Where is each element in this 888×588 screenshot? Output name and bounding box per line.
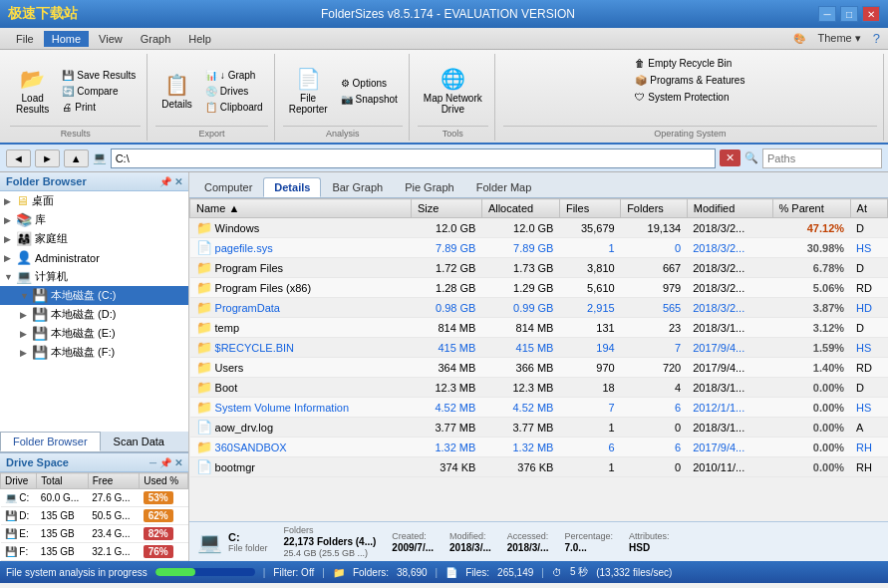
forward-button[interactable]: ► [35,149,60,167]
print-label: Print [75,102,96,113]
minimize-button[interactable]: ─ [818,6,836,22]
drive-col-used[interactable]: Used % [140,473,188,489]
details-button[interactable]: 📋 Details [155,69,198,114]
drive-cell-drive: 💾 E: [1,525,37,543]
system-protection-button[interactable]: 🛡 System Protection [630,90,734,105]
table-row[interactable]: 📁 temp 814 MB 814 MB 131 23 2018/3/1... … [190,318,888,338]
map-network-drive-button[interactable]: 🌐 Map NetworkDrive [418,63,488,119]
snapshot-button[interactable]: 📷 Snapshot [336,92,403,107]
cell-folders: 19,134 [621,218,688,238]
tab-folder-map[interactable]: Folder Map [465,177,543,197]
close-panel-icon[interactable]: ✕ [174,176,182,187]
drive-c-icon: 💾 [32,288,48,303]
options-button[interactable]: ⚙ Options [336,76,403,91]
drive-table-row[interactable]: 💾 F: 135 GB 32.1 G... 76% [1,543,188,561]
col-modified[interactable]: Modified [687,199,772,218]
cell-size: 374 KB [411,457,481,477]
tree-item-drive-f[interactable]: ▶ 💾 本地磁盘 (F:) [0,343,188,362]
col-folders[interactable]: Folders [621,199,688,218]
tree-item-desktop[interactable]: ▶ 🖥 桌面 [0,191,188,210]
menu-home[interactable]: Home [44,31,89,47]
table-row[interactable]: 📄 aow_drv.log 3.77 MB 3.77 MB 1 0 2018/3… [190,418,888,438]
col-files[interactable]: Files [559,199,620,218]
table-row[interactable]: 📁 Boot 12.3 MB 12.3 MB 18 4 2018/3/1... … [190,378,888,398]
compare-button[interactable]: 🔄 Compare [57,84,141,99]
main-area: Folder Browser 📌 ✕ ▶ 🖥 桌面 ▶ 📚 库 ▶ 👨‍👩‍👧 [0,172,888,561]
col-name[interactable]: Name ▲ [190,199,412,218]
tree-item-library[interactable]: ▶ 📚 库 [0,210,188,229]
tree-label-desktop: 桌面 [32,193,54,208]
tree-item-homegroup[interactable]: ▶ 👨‍👩‍👧 家庭组 [0,229,188,248]
close-drive-icon[interactable]: ✕ [174,457,182,468]
drive-col-free[interactable]: Free [88,473,139,489]
tab-scan-data[interactable]: Scan Data [101,432,177,451]
print-button[interactable]: 🖨 Print [57,100,141,115]
empty-recycle-bin-button[interactable]: 🗑 Empty Recycle Bin [630,56,737,71]
col-size[interactable]: Size [411,199,481,218]
tree-arrow: ▶ [4,234,16,244]
tab-details[interactable]: Details [263,177,321,197]
search-label: 🔍 [744,151,758,164]
cell-files: 18 [559,378,620,398]
menu-view[interactable]: View [91,31,131,47]
back-button[interactable]: ◄ [6,149,31,167]
search-input[interactable] [762,148,882,168]
drives-button[interactable]: 💿 Drives [200,84,268,99]
drive-table-row[interactable]: 💾 D: 135 GB 50.5 G... 62% [1,507,188,525]
clear-button[interactable]: ✕ [720,149,740,166]
admin-icon: 👤 [16,250,32,265]
table-row[interactable]: 📁 System Volume Information 4.52 MB 4.52… [190,398,888,418]
clipboard-button[interactable]: 📋 Clipboard [200,100,268,115]
tree-item-drive-c[interactable]: ▼ 💾 本地磁盘 (C:) [0,286,188,305]
file-reporter-button[interactable]: 📄 FileReporter [283,63,334,119]
help-icon[interactable]: ? [873,31,880,46]
table-row[interactable]: 📁 Windows 12.0 GB 12.0 GB 35,679 19,134 … [190,218,888,238]
table-row[interactable]: 📄 bootmgr 374 KB 376 KB 1 0 2010/11/... … [190,457,888,477]
tree-item-drive-e[interactable]: ▶ 💾 本地磁盘 (E:) [0,324,188,343]
up-button[interactable]: ▲ [64,149,89,167]
col-pct-parent[interactable]: % Parent [772,199,850,218]
pin-drive-icon[interactable]: 📌 [159,457,171,468]
tab-bar-graph[interactable]: Bar Graph [321,177,394,197]
load-results-button[interactable]: 📂 LoadResults [10,63,55,119]
table-row[interactable]: 📁 $RECYCLE.BIN 415 MB 415 MB 194 7 2017/… [190,338,888,358]
programs-features-button[interactable]: 📦 Programs & Features [630,73,749,88]
table-row[interactable]: 📁 ProgramData 0.98 GB 0.99 GB 2,915 565 … [190,298,888,318]
theme-button[interactable]: Theme ▾ [809,30,868,47]
table-row[interactable]: 📁 Users 364 MB 366 MB 970 720 2017/9/4..… [190,358,888,378]
menu-graph[interactable]: Graph [133,31,179,47]
col-at[interactable]: At [850,199,887,218]
drive-table-row[interactable]: 💻 C: 60.0 G... 27.6 G... 53% [1,489,188,507]
cell-size: 1.72 GB [411,258,481,278]
cell-at: D [850,218,887,238]
menu-file[interactable]: File [8,31,42,47]
tree-item-drive-d[interactable]: ▶ 💾 本地磁盘 (D:) [0,305,188,324]
close-button[interactable]: ✕ [862,6,880,22]
maximize-button[interactable]: □ [840,6,858,22]
table-row[interactable]: 📄 pagefile.sys 7.89 GB 7.89 GB 1 0 2018/… [190,238,888,258]
drive-space-title: Drive Space [6,456,69,468]
table-row[interactable]: 📁 360SANDBOX 1.32 MB 1.32 MB 6 6 2017/9/… [190,438,888,457]
pin-icon[interactable]: 📌 [159,176,171,187]
collapse-icon[interactable]: ─ [149,457,156,468]
tree-item-computer[interactable]: ▼ 💻 计算机 [0,267,188,286]
menu-help[interactable]: Help [180,31,219,47]
cell-size: 415 MB [411,338,481,358]
tab-pie-graph[interactable]: Pie Graph [394,177,465,197]
file-table-scroll[interactable]: Name ▲ Size Allocated Files Folders Modi… [189,198,888,521]
graph-button[interactable]: 📊 ↓ Graph [200,68,268,83]
cell-pct: 1.59% [772,338,850,358]
drive-table-row[interactable]: 💾 E: 135 GB 23.4 G... 82% [1,525,188,543]
table-row[interactable]: 📁 Program Files 1.72 GB 1.73 GB 3,810 66… [190,258,888,278]
drive-col-drive[interactable]: Drive [1,473,37,489]
tab-folder-browser[interactable]: Folder Browser [0,432,101,451]
path-input[interactable] [111,148,716,168]
clipboard-icon: 📋 [205,102,217,113]
save-results-button[interactable]: 💾 Save Results [57,68,141,83]
col-allocated[interactable]: Allocated [481,199,559,218]
tab-computer[interactable]: Computer [193,177,263,197]
cell-files: 1 [559,238,620,258]
tree-item-admin[interactable]: ▶ 👤 Administrator [0,248,188,267]
table-row[interactable]: 📁 Program Files (x86) 1.28 GB 1.29 GB 5,… [190,278,888,298]
drive-col-total[interactable]: Total [37,473,88,489]
